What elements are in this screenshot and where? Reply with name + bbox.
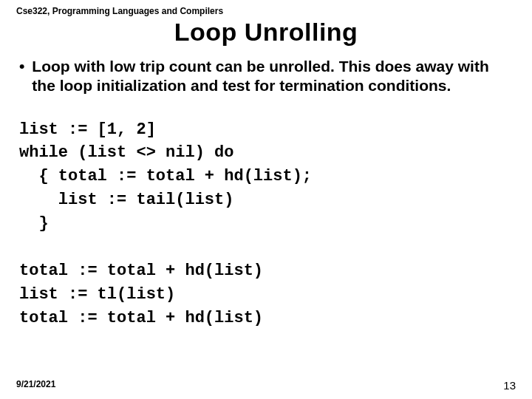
- code-before-unroll: list := [1, 2] while (list <> nil) do { …: [19, 118, 516, 236]
- slide-title: Loop Unrolling: [16, 18, 516, 47]
- bullet-dot-icon: •: [16, 57, 32, 76]
- code-after-unroll: total := total + hd(list) list := tl(lis…: [19, 259, 516, 330]
- footer-page-number: 13: [503, 379, 516, 392]
- footer-date: 9/21/2021: [16, 379, 55, 392]
- slide: Cse322, Programming Languages and Compil…: [0, 0, 532, 399]
- slide-footer: 9/21/2021 13: [16, 379, 516, 392]
- bullet-text: Loop with low trip count can be unrolled…: [32, 57, 516, 96]
- course-header: Cse322, Programming Languages and Compil…: [16, 6, 516, 16]
- bullet-item: • Loop with low trip count can be unroll…: [16, 57, 516, 96]
